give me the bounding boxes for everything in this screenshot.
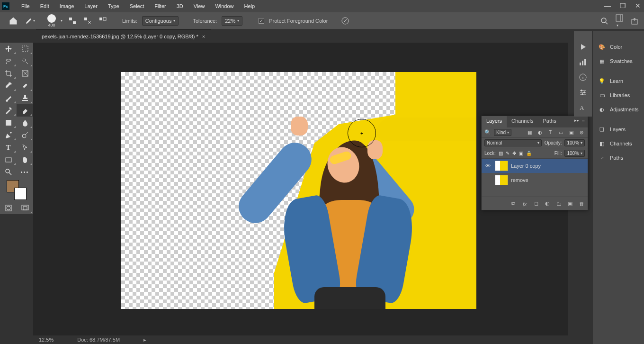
new-layer-icon[interactable]: ▣ xyxy=(567,200,573,207)
layer-row[interactable]: remove xyxy=(482,173,588,187)
document-tab[interactable]: pexels-juan-mendez-1536619.jpg @ 12.5% (… xyxy=(36,29,211,43)
blend-mode-dropdown[interactable]: Normal▾ xyxy=(484,139,542,146)
filter-pixel-icon[interactable]: ▦ xyxy=(526,129,533,136)
lasso-tool[interactable] xyxy=(0,55,17,67)
search-icon[interactable] xyxy=(600,17,608,25)
frame-tool[interactable] xyxy=(17,67,33,80)
gradient-tool[interactable] xyxy=(0,117,17,129)
panel-libraries[interactable]: 🗃Libraries xyxy=(593,88,644,102)
current-tool-icon[interactable]: ▾ xyxy=(25,16,35,26)
panel-adjustments[interactable]: ◐Adjustments xyxy=(593,102,644,117)
protect-fg-checkbox[interactable]: ✓ xyxy=(259,18,264,24)
menu-file[interactable]: File xyxy=(16,3,35,9)
more-tools[interactable]: ••• xyxy=(17,166,33,178)
filter-type-icon[interactable]: T xyxy=(547,129,554,136)
layer-name[interactable]: Layer 0 copy xyxy=(511,163,541,169)
adjustment-layer-icon[interactable]: ◐ xyxy=(544,200,551,207)
menu-filter[interactable]: Filter xyxy=(149,3,171,9)
panel-learn[interactable]: 💡Learn xyxy=(593,74,644,88)
panel-swatches[interactable]: ▦Swatches xyxy=(593,54,644,68)
marquee-tool[interactable] xyxy=(17,43,33,55)
lock-position-icon[interactable]: ✥ xyxy=(512,151,516,156)
layer-thumbnail[interactable] xyxy=(495,175,508,185)
play-icon[interactable] xyxy=(579,43,587,51)
history-brush-tool[interactable] xyxy=(0,104,17,117)
blur-tool[interactable] xyxy=(17,117,33,129)
limits-dropdown[interactable]: Contiguous ▾ xyxy=(142,16,179,26)
panel-tab-paths[interactable]: Paths xyxy=(538,116,561,127)
maximize-button[interactable]: ❐ xyxy=(619,2,626,9)
home-icon[interactable] xyxy=(7,14,20,27)
brush-preset-picker[interactable]: 400 xyxy=(47,14,56,27)
lock-pixels-icon[interactable]: ✎ xyxy=(506,151,510,156)
crop-tool[interactable] xyxy=(0,67,17,80)
sampling-once-icon[interactable] xyxy=(82,16,93,26)
shape-tool[interactable] xyxy=(0,154,17,166)
lock-artboard-icon[interactable]: ▣ xyxy=(519,151,523,156)
share-icon[interactable] xyxy=(631,17,638,25)
link-layers-icon[interactable]: ⧉ xyxy=(510,200,517,207)
layer-fx-icon[interactable]: fx xyxy=(521,200,528,207)
panel-layers[interactable]: ❏Layers xyxy=(593,122,644,136)
delete-layer-icon[interactable]: 🗑 xyxy=(578,200,585,207)
filter-shape-icon[interactable]: ▭ xyxy=(557,129,564,136)
screen-mode-icon[interactable] xyxy=(17,202,33,214)
layer-thumbnail[interactable] xyxy=(495,161,508,171)
layer-name[interactable]: remove xyxy=(511,177,528,183)
minimize-button[interactable]: — xyxy=(604,2,611,9)
panel-collapse-icon[interactable]: ▸▸ xyxy=(574,118,579,126)
menu-window[interactable]: Window xyxy=(210,3,239,9)
quick-select-tool[interactable] xyxy=(17,55,33,67)
close-window-button[interactable]: ✕ xyxy=(635,2,641,9)
background-swatch[interactable] xyxy=(14,188,27,200)
menu-select[interactable]: Select xyxy=(125,3,150,9)
panel-menu-icon[interactable]: ≡ xyxy=(582,118,585,126)
lock-all-icon[interactable]: 🔒 xyxy=(526,151,532,156)
filter-adjust-icon[interactable]: ◐ xyxy=(537,129,543,136)
quick-mask-icon[interactable] xyxy=(0,202,17,214)
type-tool[interactable]: T xyxy=(0,141,17,154)
fill-input[interactable]: 100%▾ xyxy=(564,150,585,157)
layer-visibility-icon[interactable]: 👁 xyxy=(483,163,492,169)
status-arrow-icon[interactable]: ▸ xyxy=(143,337,146,343)
menu-image[interactable]: Image xyxy=(54,3,80,9)
filter-toggle-icon[interactable]: ⊘ xyxy=(578,129,585,136)
menu-3d[interactable]: 3D xyxy=(171,3,188,9)
layer-group-icon[interactable]: 🗀 xyxy=(555,200,562,207)
brush-tool[interactable] xyxy=(0,92,17,104)
eraser-tool[interactable] xyxy=(17,104,33,117)
panel-tab-layers[interactable]: Layers xyxy=(482,116,507,127)
opacity-input[interactable]: 100%▾ xyxy=(564,139,585,146)
status-zoom[interactable]: 12.5% xyxy=(39,337,54,343)
filter-smart-icon[interactable]: ▣ xyxy=(568,129,574,136)
properties-icon[interactable] xyxy=(579,88,587,97)
menu-view[interactable]: View xyxy=(188,3,210,9)
workspace-switcher-icon[interactable]: ▾ xyxy=(616,14,623,27)
layer-filter-dropdown[interactable]: Kind▾ xyxy=(494,129,511,136)
menu-type[interactable]: Type xyxy=(103,3,125,9)
status-docsize[interactable]: Doc: 68.7M/87.5M xyxy=(77,337,120,343)
document-canvas[interactable] xyxy=(121,72,476,309)
info-icon[interactable] xyxy=(579,73,587,81)
panel-paths[interactable]: ⟋Paths xyxy=(593,151,644,165)
tolerance-input[interactable]: 22% ▾ xyxy=(222,16,242,26)
pressure-size-icon[interactable] xyxy=(340,16,350,26)
character-icon[interactable]: A xyxy=(579,103,587,112)
eyedropper-tool[interactable] xyxy=(0,80,17,92)
panel-channels[interactable]: ◧Channels xyxy=(593,136,644,151)
menu-edit[interactable]: Edit xyxy=(35,3,54,9)
stamp-tool[interactable] xyxy=(17,92,33,104)
path-select-tool[interactable] xyxy=(17,141,33,154)
hand-tool[interactable] xyxy=(17,154,33,166)
histogram-icon[interactable] xyxy=(579,58,587,66)
layer-mask-icon[interactable]: ◻ xyxy=(533,200,539,207)
sampling-continuous-icon[interactable] xyxy=(67,16,78,26)
sampling-swatch-icon[interactable] xyxy=(98,16,108,26)
panel-tab-channels[interactable]: Channels xyxy=(507,116,538,127)
lock-transparent-icon[interactable]: ▨ xyxy=(499,151,503,156)
layer-row[interactable]: 👁 Layer 0 copy xyxy=(482,159,588,173)
move-tool[interactable] xyxy=(0,43,17,55)
tab-close-icon[interactable]: × xyxy=(202,34,205,39)
zoom-tool[interactable] xyxy=(0,166,17,178)
pen-tool[interactable] xyxy=(0,129,17,141)
